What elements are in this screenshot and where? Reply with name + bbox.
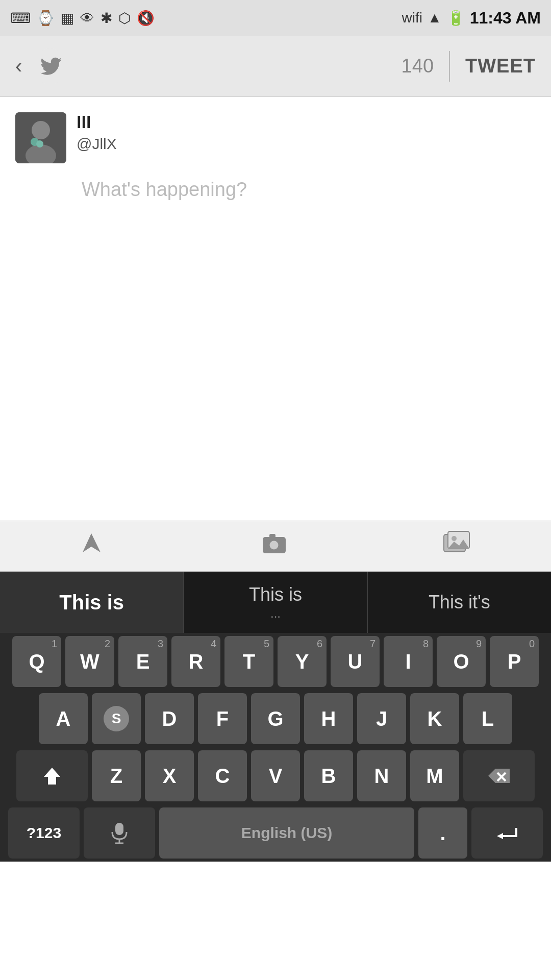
compose-toolbar: [0, 521, 551, 572]
app-bar: ‹ 140 TWEET: [0, 36, 551, 97]
status-icons-right: wifi ▲ 🔋 11:43 AM: [402, 9, 541, 28]
key-U[interactable]: 7U: [331, 636, 380, 687]
key-R[interactable]: 4R: [171, 636, 220, 687]
suggestion-3[interactable]: This it's: [368, 572, 551, 633]
avatar: [15, 112, 66, 163]
character-counter: 140: [402, 55, 434, 77]
wifi-status-icon: wifi: [402, 10, 422, 26]
suggestion-1-text: This is: [59, 591, 124, 614]
key-T[interactable]: 5T: [224, 636, 273, 687]
svg-rect-15: [48, 782, 56, 785]
enter-key[interactable]: [471, 807, 543, 859]
key-V[interactable]: V: [251, 750, 300, 801]
suggestion-1[interactable]: This is: [0, 572, 184, 633]
svg-point-5: [36, 140, 43, 148]
user-handle: @JllX: [77, 135, 117, 153]
compose-area: lll @JllX: [0, 97, 551, 179]
key-G[interactable]: G: [251, 693, 300, 744]
period-key[interactable]: .: [418, 807, 467, 859]
status-time: 11:43 AM: [470, 9, 541, 28]
divider: [449, 51, 450, 82]
suggestion-2-text: This is: [249, 584, 302, 605]
watch-status-icon: ⌚: [37, 10, 55, 27]
shift-key[interactable]: [16, 750, 88, 801]
battery-status-icon: 🔋: [447, 10, 465, 27]
keyboard: This is This is ... This it's 1Q 2W 3E 4…: [0, 572, 551, 862]
tweet-input-area[interactable]: What's happening?: [0, 179, 551, 216]
camera-icon[interactable]: [260, 529, 288, 564]
svg-point-8: [269, 540, 279, 550]
key-O[interactable]: 9O: [437, 636, 486, 687]
key-S[interactable]: S: [92, 693, 141, 744]
svg-rect-9: [269, 534, 276, 538]
svg-marker-6: [83, 533, 101, 552]
signal-status-icon: ▲: [428, 10, 442, 26]
keyboard-row-4: ?123 English (US) .: [0, 804, 551, 862]
twitter-logo: [32, 48, 68, 84]
key-H[interactable]: H: [304, 693, 353, 744]
microphone-key[interactable]: [84, 807, 155, 859]
key-D[interactable]: D: [145, 693, 194, 744]
key-B[interactable]: B: [304, 750, 353, 801]
back-button[interactable]: ‹: [15, 55, 22, 78]
suggestion-2-dots: ...: [270, 606, 281, 621]
key-Z[interactable]: Z: [92, 750, 141, 801]
key-L[interactable]: L: [463, 693, 512, 744]
key-P[interactable]: 0P: [490, 636, 539, 687]
keyboard-row-1: 1Q 2W 3E 4R 5T 6Y 7U 8I 9O 0P: [0, 633, 551, 690]
tweet-button[interactable]: TWEET: [465, 55, 536, 77]
key-K[interactable]: K: [410, 693, 459, 744]
key-A[interactable]: A: [39, 693, 88, 744]
svg-point-12: [452, 536, 457, 541]
suggestion-3-text: This it's: [429, 592, 490, 613]
svg-marker-14: [44, 768, 60, 784]
user-name: lll: [77, 112, 117, 132]
key-E[interactable]: 3E: [118, 636, 167, 687]
suggestions-bar: This is This is ... This it's: [0, 572, 551, 633]
user-info: lll @JllX: [77, 112, 117, 163]
svg-point-2: [32, 121, 50, 139]
status-bar: ⌨ ⌚ ▦ 👁 ✱ ⬡ 🔇 wifi ▲ 🔋 11:43 AM: [0, 0, 551, 36]
suggestion-2[interactable]: This is ...: [184, 572, 367, 633]
backspace-key[interactable]: [463, 750, 535, 801]
avatar-image: [15, 112, 66, 163]
symbols-key[interactable]: ?123: [8, 807, 80, 859]
location-icon[interactable]: [78, 529, 106, 564]
keyboard-row-2: A S D F G H J K L: [0, 690, 551, 747]
key-J[interactable]: J: [357, 693, 406, 744]
swipe-s-icon: S: [104, 706, 129, 731]
key-X[interactable]: X: [145, 750, 194, 801]
mute-status-icon: 🔇: [137, 10, 155, 27]
nfc-status-icon: ⬡: [118, 10, 131, 27]
key-I[interactable]: 8I: [384, 636, 433, 687]
svg-marker-21: [497, 833, 503, 839]
key-N[interactable]: N: [357, 750, 406, 801]
gallery-icon[interactable]: [443, 530, 473, 562]
bluetooth-status-icon: ✱: [101, 10, 112, 27]
space-key[interactable]: English (US): [159, 807, 414, 859]
key-M[interactable]: M: [410, 750, 459, 801]
key-Q[interactable]: 1Q: [12, 636, 61, 687]
key-Y[interactable]: 6Y: [278, 636, 327, 687]
key-F[interactable]: F: [198, 693, 247, 744]
key-C[interactable]: C: [198, 750, 247, 801]
tweet-placeholder: What's happening?: [82, 179, 247, 200]
status-icons-left: ⌨ ⌚ ▦ 👁 ✱ ⬡ 🔇: [10, 10, 155, 27]
keyboard-row-3: Z X C V B N M: [0, 747, 551, 804]
grid-status-icon: ▦: [61, 10, 74, 27]
key-W[interactable]: 2W: [65, 636, 114, 687]
eye-status-icon: 👁: [80, 10, 94, 27]
keyboard-status-icon: ⌨: [10, 10, 31, 27]
svg-rect-18: [115, 823, 123, 835]
